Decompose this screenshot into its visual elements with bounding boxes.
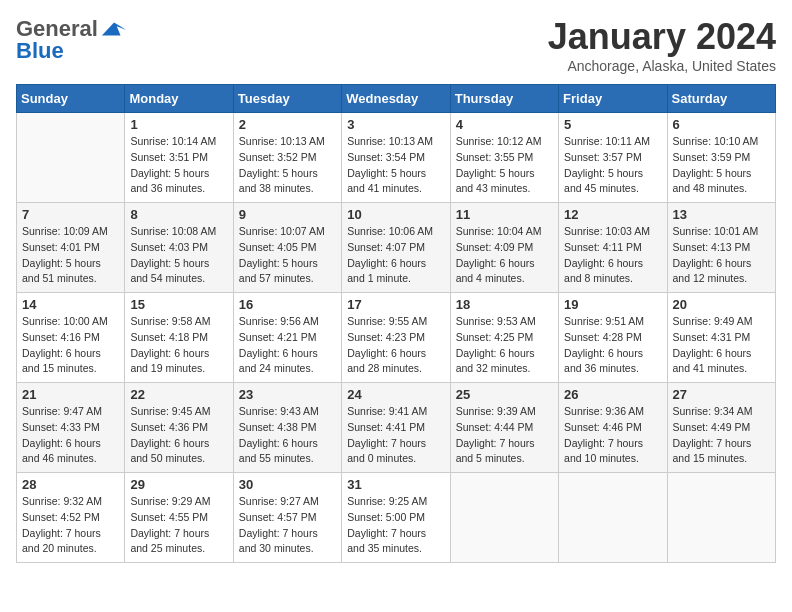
weekday-header-thursday: Thursday (450, 85, 558, 113)
calendar-cell: 9Sunrise: 10:07 AMSunset: 4:05 PMDayligh… (233, 203, 341, 293)
location-subtitle: Anchorage, Alaska, United States (548, 58, 776, 74)
logo: General Blue (16, 16, 128, 64)
calendar-cell: 2Sunrise: 10:13 AMSunset: 3:52 PMDayligh… (233, 113, 341, 203)
day-info: Sunrise: 9:53 AMSunset: 4:25 PMDaylight:… (456, 314, 553, 377)
day-number: 24 (347, 387, 444, 402)
day-info: Sunrise: 9:55 AMSunset: 4:23 PMDaylight:… (347, 314, 444, 377)
calendar-cell: 30Sunrise: 9:27 AMSunset: 4:57 PMDayligh… (233, 473, 341, 563)
calendar-cell: 20Sunrise: 9:49 AMSunset: 4:31 PMDayligh… (667, 293, 775, 383)
calendar-cell: 3Sunrise: 10:13 AMSunset: 3:54 PMDayligh… (342, 113, 450, 203)
calendar-cell: 18Sunrise: 9:53 AMSunset: 4:25 PMDayligh… (450, 293, 558, 383)
calendar-week-3: 14Sunrise: 10:00 AMSunset: 4:16 PMDaylig… (17, 293, 776, 383)
day-number: 23 (239, 387, 336, 402)
day-info: Sunrise: 10:01 AMSunset: 4:13 PMDaylight… (673, 224, 770, 287)
weekday-header-wednesday: Wednesday (342, 85, 450, 113)
day-info: Sunrise: 9:34 AMSunset: 4:49 PMDaylight:… (673, 404, 770, 467)
calendar-cell (667, 473, 775, 563)
logo-bird-icon (100, 18, 128, 40)
calendar-cell: 15Sunrise: 9:58 AMSunset: 4:18 PMDayligh… (125, 293, 233, 383)
day-info: Sunrise: 9:32 AMSunset: 4:52 PMDaylight:… (22, 494, 119, 557)
day-info: Sunrise: 10:13 AMSunset: 3:52 PMDaylight… (239, 134, 336, 197)
calendar-cell (17, 113, 125, 203)
calendar-cell: 13Sunrise: 10:01 AMSunset: 4:13 PMDaylig… (667, 203, 775, 293)
calendar-cell: 4Sunrise: 10:12 AMSunset: 3:55 PMDayligh… (450, 113, 558, 203)
day-number: 21 (22, 387, 119, 402)
day-number: 13 (673, 207, 770, 222)
calendar-cell: 19Sunrise: 9:51 AMSunset: 4:28 PMDayligh… (559, 293, 667, 383)
page-header: General Blue January 2024 Anchorage, Ala… (16, 16, 776, 74)
calendar-week-2: 7Sunrise: 10:09 AMSunset: 4:01 PMDayligh… (17, 203, 776, 293)
weekday-header-saturday: Saturday (667, 85, 775, 113)
day-number: 29 (130, 477, 227, 492)
day-number: 18 (456, 297, 553, 312)
day-number: 11 (456, 207, 553, 222)
day-number: 22 (130, 387, 227, 402)
calendar-cell: 23Sunrise: 9:43 AMSunset: 4:38 PMDayligh… (233, 383, 341, 473)
day-number: 5 (564, 117, 661, 132)
day-number: 10 (347, 207, 444, 222)
day-number: 12 (564, 207, 661, 222)
calendar-week-1: 1Sunrise: 10:14 AMSunset: 3:51 PMDayligh… (17, 113, 776, 203)
day-info: Sunrise: 9:56 AMSunset: 4:21 PMDaylight:… (239, 314, 336, 377)
title-section: January 2024 Anchorage, Alaska, United S… (548, 16, 776, 74)
day-number: 19 (564, 297, 661, 312)
calendar-cell: 28Sunrise: 9:32 AMSunset: 4:52 PMDayligh… (17, 473, 125, 563)
day-info: Sunrise: 9:47 AMSunset: 4:33 PMDaylight:… (22, 404, 119, 467)
weekday-header-row: SundayMondayTuesdayWednesdayThursdayFrid… (17, 85, 776, 113)
calendar-cell: 29Sunrise: 9:29 AMSunset: 4:55 PMDayligh… (125, 473, 233, 563)
day-number: 9 (239, 207, 336, 222)
calendar-cell (559, 473, 667, 563)
day-number: 20 (673, 297, 770, 312)
day-info: Sunrise: 9:41 AMSunset: 4:41 PMDaylight:… (347, 404, 444, 467)
calendar-week-5: 28Sunrise: 9:32 AMSunset: 4:52 PMDayligh… (17, 473, 776, 563)
calendar-cell: 14Sunrise: 10:00 AMSunset: 4:16 PMDaylig… (17, 293, 125, 383)
calendar-cell: 1Sunrise: 10:14 AMSunset: 3:51 PMDayligh… (125, 113, 233, 203)
svg-marker-0 (102, 22, 126, 35)
calendar-cell: 8Sunrise: 10:08 AMSunset: 4:03 PMDayligh… (125, 203, 233, 293)
day-info: Sunrise: 9:51 AMSunset: 4:28 PMDaylight:… (564, 314, 661, 377)
calendar-cell: 27Sunrise: 9:34 AMSunset: 4:49 PMDayligh… (667, 383, 775, 473)
calendar-cell: 5Sunrise: 10:11 AMSunset: 3:57 PMDayligh… (559, 113, 667, 203)
day-info: Sunrise: 10:08 AMSunset: 4:03 PMDaylight… (130, 224, 227, 287)
day-info: Sunrise: 9:27 AMSunset: 4:57 PMDaylight:… (239, 494, 336, 557)
day-info: Sunrise: 9:25 AMSunset: 5:00 PMDaylight:… (347, 494, 444, 557)
day-info: Sunrise: 9:29 AMSunset: 4:55 PMDaylight:… (130, 494, 227, 557)
calendar-week-4: 21Sunrise: 9:47 AMSunset: 4:33 PMDayligh… (17, 383, 776, 473)
day-number: 2 (239, 117, 336, 132)
logo-blue-text: Blue (16, 38, 64, 64)
day-number: 25 (456, 387, 553, 402)
day-info: Sunrise: 9:43 AMSunset: 4:38 PMDaylight:… (239, 404, 336, 467)
day-number: 15 (130, 297, 227, 312)
weekday-header-friday: Friday (559, 85, 667, 113)
day-number: 26 (564, 387, 661, 402)
day-info: Sunrise: 9:49 AMSunset: 4:31 PMDaylight:… (673, 314, 770, 377)
calendar-cell: 11Sunrise: 10:04 AMSunset: 4:09 PMDaylig… (450, 203, 558, 293)
day-info: Sunrise: 9:39 AMSunset: 4:44 PMDaylight:… (456, 404, 553, 467)
calendar-cell: 7Sunrise: 10:09 AMSunset: 4:01 PMDayligh… (17, 203, 125, 293)
calendar-cell: 31Sunrise: 9:25 AMSunset: 5:00 PMDayligh… (342, 473, 450, 563)
calendar-cell: 10Sunrise: 10:06 AMSunset: 4:07 PMDaylig… (342, 203, 450, 293)
weekday-header-sunday: Sunday (17, 85, 125, 113)
calendar-cell: 21Sunrise: 9:47 AMSunset: 4:33 PMDayligh… (17, 383, 125, 473)
day-info: Sunrise: 10:10 AMSunset: 3:59 PMDaylight… (673, 134, 770, 197)
day-info: Sunrise: 10:00 AMSunset: 4:16 PMDaylight… (22, 314, 119, 377)
day-info: Sunrise: 10:13 AMSunset: 3:54 PMDaylight… (347, 134, 444, 197)
weekday-header-tuesday: Tuesday (233, 85, 341, 113)
calendar-cell: 26Sunrise: 9:36 AMSunset: 4:46 PMDayligh… (559, 383, 667, 473)
day-info: Sunrise: 9:58 AMSunset: 4:18 PMDaylight:… (130, 314, 227, 377)
calendar-cell: 22Sunrise: 9:45 AMSunset: 4:36 PMDayligh… (125, 383, 233, 473)
day-info: Sunrise: 10:12 AMSunset: 3:55 PMDaylight… (456, 134, 553, 197)
day-info: Sunrise: 9:36 AMSunset: 4:46 PMDaylight:… (564, 404, 661, 467)
calendar-cell: 24Sunrise: 9:41 AMSunset: 4:41 PMDayligh… (342, 383, 450, 473)
day-number: 30 (239, 477, 336, 492)
month-title: January 2024 (548, 16, 776, 58)
day-number: 3 (347, 117, 444, 132)
day-info: Sunrise: 10:06 AMSunset: 4:07 PMDaylight… (347, 224, 444, 287)
day-info: Sunrise: 10:03 AMSunset: 4:11 PMDaylight… (564, 224, 661, 287)
day-info: Sunrise: 9:45 AMSunset: 4:36 PMDaylight:… (130, 404, 227, 467)
day-number: 16 (239, 297, 336, 312)
day-number: 8 (130, 207, 227, 222)
day-info: Sunrise: 10:07 AMSunset: 4:05 PMDaylight… (239, 224, 336, 287)
calendar-cell: 25Sunrise: 9:39 AMSunset: 4:44 PMDayligh… (450, 383, 558, 473)
weekday-header-monday: Monday (125, 85, 233, 113)
